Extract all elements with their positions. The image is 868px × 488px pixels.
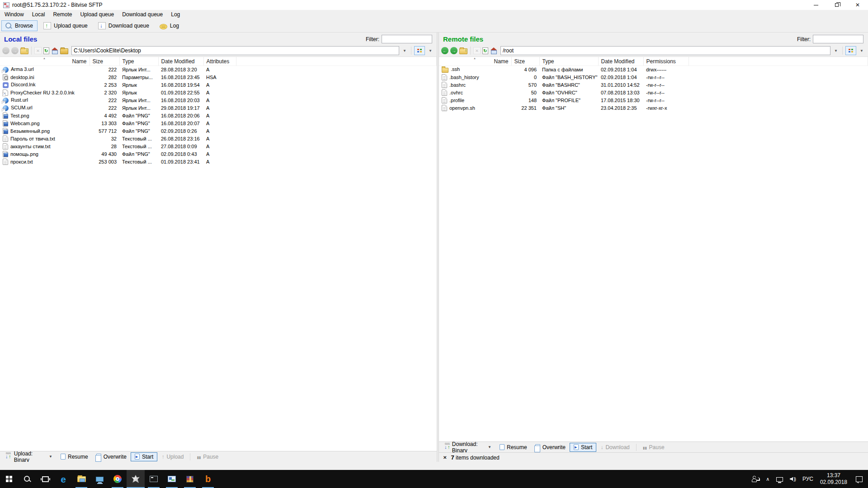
file-row[interactable]: Rust.url 222 Ярлык Инт... 16.08.2018 20:… bbox=[0, 96, 437, 104]
restore-button[interactable] bbox=[826, 0, 847, 10]
start-button[interactable]: Start bbox=[570, 443, 596, 452]
toolbar-button[interactable]: Upload queue bbox=[40, 20, 92, 31]
file-row[interactable]: desktop.ini 282 Параметры... 16.08.2018 … bbox=[0, 73, 437, 81]
file-row[interactable]: аккаунты стим.txt 28 Текстовый ... 27.08… bbox=[0, 142, 437, 150]
local-path-input[interactable] bbox=[72, 47, 399, 54]
sort-ascending-icon: ▲ bbox=[43, 57, 46, 60]
column-header[interactable]: Date Modified bbox=[598, 57, 643, 66]
browse-folder-icon[interactable] bbox=[60, 48, 68, 54]
folder-up-icon[interactable] bbox=[459, 48, 467, 54]
taskbar-app-remote-viewer[interactable] bbox=[163, 470, 181, 488]
file-type-icon-txt bbox=[3, 159, 8, 165]
taskbar-app-this-pc[interactable] bbox=[90, 470, 108, 488]
home-icon[interactable] bbox=[51, 47, 58, 54]
overwrite-button[interactable]: Overwrite bbox=[531, 443, 570, 452]
back-icon[interactable]: ← bbox=[441, 47, 448, 54]
remote-filter-label: Filter: bbox=[797, 36, 811, 42]
taskbar-app-search[interactable] bbox=[18, 470, 36, 488]
column-header[interactable]: Type bbox=[539, 57, 598, 66]
taskbar-app-bitvise-sftp[interactable] bbox=[127, 470, 145, 488]
file-row[interactable]: Test.png 4 492 Файл "PNG" 16.08.2018 20:… bbox=[0, 112, 437, 119]
file-row[interactable]: openvpn.sh 22 351 Файл "SH" 23.04.2018 2… bbox=[439, 104, 868, 112]
language-indicator[interactable]: РУС bbox=[802, 476, 813, 482]
taskbar-app-orange-app[interactable] bbox=[199, 470, 217, 488]
download-mode-button[interactable]: ↓↑ Download: Binary ▼ bbox=[440, 443, 495, 452]
file-row[interactable]: Arma 3.url 222 Ярлык Инт... 28.08.2018 3… bbox=[0, 66, 437, 73]
network-icon[interactable] bbox=[776, 477, 783, 482]
taskbar-app-start[interactable] bbox=[0, 470, 18, 488]
close-button[interactable]: ✕ bbox=[847, 0, 868, 10]
column-header[interactable] bbox=[689, 57, 868, 66]
tray-expand-icon[interactable]: ∧ bbox=[766, 476, 769, 482]
clock[interactable]: 13:37 02.09.2018 bbox=[820, 472, 847, 486]
column-header[interactable]: Permissions bbox=[643, 57, 689, 66]
refresh-icon[interactable] bbox=[43, 47, 49, 54]
upload-mode-button[interactable]: ↓↑ Upload: Binary ▼ bbox=[1, 452, 57, 461]
file-row[interactable]: ProxyChecker RU 3.2.0.0.lnk 2 320 Ярлык … bbox=[0, 89, 437, 96]
back-icon[interactable]: ← bbox=[2, 47, 9, 54]
taskbar-app-chrome[interactable] bbox=[108, 470, 127, 488]
title-bar: root@51.75.23.170:22 - Bitvise SFTP ✕ bbox=[0, 0, 868, 10]
taskbar-app-terminal[interactable] bbox=[145, 470, 163, 488]
column-header[interactable]: Type bbox=[119, 57, 158, 66]
menu-item[interactable]: Window bbox=[0, 10, 28, 19]
volume-control[interactable]: )) bbox=[790, 477, 796, 482]
view-dropdown-arrow[interactable]: ▼ bbox=[427, 47, 434, 55]
menu-item[interactable]: Log bbox=[167, 10, 184, 19]
column-header[interactable]: Attributes bbox=[203, 57, 236, 66]
dismiss-status-icon[interactable]: ✕ bbox=[443, 455, 447, 460]
file-row[interactable]: .ssh 4 096 Папка с файлами 02.09.2018 1:… bbox=[439, 66, 868, 73]
resume-button[interactable]: Resume bbox=[57, 452, 92, 461]
local-files-panel: Local files Filter: ← → ✕ bbox=[0, 33, 437, 462]
taskbar-app-task-view[interactable] bbox=[36, 470, 54, 488]
menu-item[interactable]: Local bbox=[28, 10, 49, 19]
file-row[interactable]: SCUM.url 222 Ярлык Инт... 29.08.2018 19:… bbox=[0, 104, 437, 112]
file-row[interactable]: .bashrc 570 Файл "BASHRC" 31.01.2010 14:… bbox=[439, 81, 868, 89]
menu-item[interactable]: Upload queue bbox=[76, 10, 118, 19]
menu-item[interactable]: Download queue bbox=[118, 10, 167, 19]
remote-filter-input[interactable] bbox=[813, 35, 863, 43]
minimize-button[interactable] bbox=[806, 0, 826, 10]
menu-item[interactable]: Remote bbox=[49, 10, 76, 19]
path-dropdown-arrow[interactable]: ▼ bbox=[401, 47, 408, 55]
file-row[interactable]: .profile 148 Файл "PROFILE" 17.08.2015 1… bbox=[439, 96, 868, 104]
download-arrow-icon: ↓ bbox=[600, 445, 603, 450]
column-header[interactable]: Date Modified bbox=[158, 57, 203, 66]
column-header[interactable]: Size bbox=[90, 57, 119, 66]
divider bbox=[636, 444, 637, 451]
file-type-icon-globe bbox=[3, 98, 9, 103]
start-button[interactable]: Start bbox=[131, 452, 157, 461]
path-dropdown-arrow[interactable]: ▼ bbox=[832, 47, 840, 55]
taskbar-app-edge[interactable] bbox=[54, 470, 72, 488]
file-row[interactable]: .ovhrc 50 Файл "OVHRC" 07.08.2018 13:03 … bbox=[439, 89, 868, 96]
file-row[interactable]: Discord.lnk 2 253 Ярлык 16.08.2018 19:54… bbox=[0, 81, 437, 89]
refresh-icon[interactable] bbox=[482, 47, 488, 54]
toolbar-button[interactable]: Log bbox=[156, 21, 184, 31]
overwrite-button[interactable]: Overwrite bbox=[92, 452, 131, 461]
people-icon[interactable] bbox=[752, 476, 759, 482]
toolbar-button[interactable]: Download queue bbox=[95, 20, 154, 31]
file-row[interactable]: .bash_history 0 Файл "BASH_HISTORY" 02.0… bbox=[439, 73, 868, 81]
file-row[interactable]: Webcam.png 13 303 Файл "PNG" 16.08.2018 … bbox=[0, 119, 437, 127]
view-mode-button[interactable] bbox=[414, 46, 425, 55]
column-header[interactable] bbox=[236, 57, 437, 66]
forward-icon[interactable]: → bbox=[450, 47, 458, 54]
remote-path-input[interactable] bbox=[501, 47, 830, 54]
view-mode-button[interactable] bbox=[845, 46, 856, 55]
toolbar-button[interactable]: Browse bbox=[1, 20, 38, 31]
file-type-icon-discord bbox=[3, 82, 9, 88]
file-row[interactable]: помощь.png 49 430 Файл "PNG" 02.09.2018 … bbox=[0, 150, 437, 158]
resume-button[interactable]: Resume bbox=[495, 443, 531, 452]
column-header[interactable]: Size bbox=[511, 57, 539, 66]
local-filter-input[interactable] bbox=[382, 35, 432, 43]
view-dropdown-arrow[interactable]: ▼ bbox=[858, 47, 865, 55]
action-center-icon[interactable] bbox=[856, 476, 863, 482]
folder-up-icon[interactable] bbox=[20, 48, 28, 54]
file-row[interactable]: Безымянный.png 577 712 Файл "PNG" 02.09.… bbox=[0, 127, 437, 135]
file-row[interactable]: прокси.txt 253 003 Текстовый ... 01.09.2… bbox=[0, 158, 437, 165]
taskbar-app-winrar[interactable] bbox=[181, 470, 199, 488]
file-row[interactable]: Пароль от твича.txt 32 Текстовый ... 26.… bbox=[0, 135, 437, 142]
home-icon[interactable] bbox=[490, 47, 497, 54]
forward-icon[interactable]: → bbox=[11, 47, 19, 54]
taskbar-app-file-explorer[interactable] bbox=[72, 470, 90, 488]
